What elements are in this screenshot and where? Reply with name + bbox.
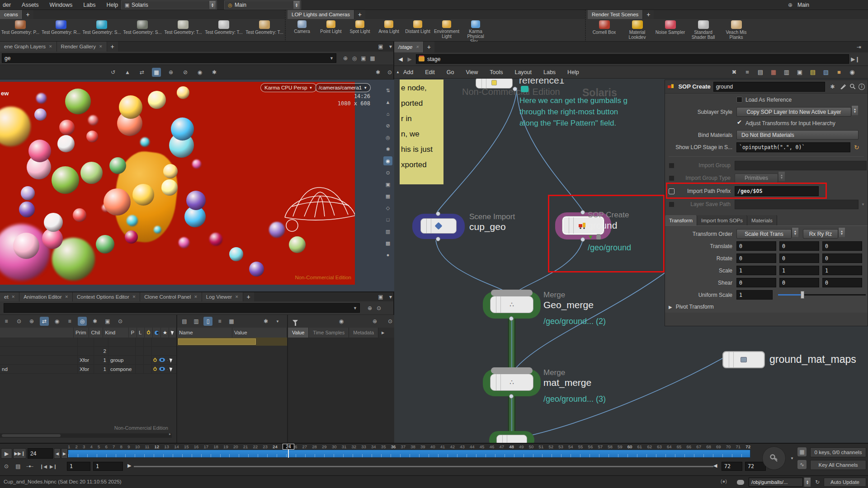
filter-sliders-icon[interactable]: ≡: [2, 317, 11, 326]
network-menu-item[interactable]: Go: [447, 69, 454, 75]
selected-parm-row[interactable]: [177, 338, 287, 346]
display-options-icon[interactable]: ✱: [210, 68, 219, 77]
memory-icon[interactable]: [737, 480, 744, 485]
grid-view-icon[interactable]: ▥: [782, 68, 791, 77]
tree-row[interactable]: nd Xfor 1 compone ·: [0, 365, 176, 374]
node-partial-bottom[interactable]: [489, 431, 534, 443]
shelf-tool[interactable]: Cornell Box: [588, 19, 621, 35]
shelf-add-tab[interactable]: +: [643, 10, 654, 19]
playbar-track[interactable]: [68, 450, 750, 458]
network-add-tab[interactable]: +: [424, 42, 434, 52]
viewport-dot-icon[interactable]: ●: [383, 250, 392, 259]
pane-menu-icon[interactable]: ▾: [386, 292, 395, 301]
tree-row[interactable]: 2 ·: [0, 347, 176, 356]
pin-icon[interactable]: ⊕: [370, 317, 379, 326]
grid-icon[interactable]: ▦: [368, 54, 377, 63]
vector-field-y[interactable]: 1: [779, 266, 819, 275]
tab-import-from-sops[interactable]: Import from SOPs: [697, 215, 747, 225]
node-mat-merge[interactable]: ∴: [483, 369, 541, 396]
next-frame-button[interactable]: ▶: [61, 448, 68, 459]
context-selector[interactable]: /obj/gumballs/...: [749, 478, 803, 487]
viewport-mask-icon[interactable]: ▩: [383, 239, 392, 248]
frame-display-icon[interactable]: ▤: [14, 462, 23, 471]
vector-field-x[interactable]: 0: [736, 253, 776, 263]
zoom-box-icon[interactable]: ⊕: [166, 68, 175, 77]
menu-item[interactable]: Windows: [50, 2, 73, 8]
import-group-type-spinner[interactable]: ▲▼: [778, 172, 785, 181]
sublayer-spinner[interactable]: ▲▼: [851, 106, 858, 115]
viewport-material-icon[interactable]: ▣: [383, 180, 392, 189]
render-view[interactable]: ew Non-Commercial Edition: [0, 82, 355, 285]
sticky-note-icon[interactable]: ▤: [808, 68, 817, 77]
viewport-grid-icon[interactable]: ▥: [383, 227, 392, 236]
power-icon[interactable]: [153, 367, 157, 371]
shelf-tab-render-test-scenes[interactable]: Render Test Scenes: [588, 10, 643, 19]
close-icon[interactable]: ✕: [12, 295, 15, 299]
nav-back-icon[interactable]: ◀: [396, 55, 405, 64]
sync-selection-icon[interactable]: ◎: [78, 317, 87, 326]
viewport-shade-icon[interactable]: ⊙: [383, 168, 392, 177]
close-icon[interactable]: ✕: [194, 295, 198, 299]
viewport-select-icon[interactable]: ▲: [383, 98, 392, 107]
shelf-tab-lop-lights[interactable]: LOP Lights and Cameras: [288, 10, 354, 19]
vector-field-y[interactable]: 0: [779, 241, 819, 251]
select-tool-icon[interactable]: ▲: [123, 68, 132, 77]
viewport-bbox-icon[interactable]: □: [383, 215, 392, 224]
viewport-help-icon[interactable]: ⊙: [385, 68, 394, 77]
key-button[interactable]: [762, 446, 786, 470]
node-ground-mat-maps[interactable]: [722, 351, 765, 368]
transform-order-dropdown[interactable]: Scale Rot Trans: [736, 229, 792, 239]
shelf-add-tab[interactable]: +: [354, 10, 365, 19]
menu-item[interactable]: Assets: [22, 2, 39, 8]
tree-list-icon[interactable]: ▤: [180, 317, 189, 326]
visibility-icon[interactable]: [159, 358, 165, 362]
node-name-field[interactable]: ground: [713, 82, 826, 92]
network-menu-item[interactable]: Edit: [425, 69, 435, 75]
tab-time-samples[interactable]: Time Samples: [309, 328, 349, 338]
move-tool-icon[interactable]: ⇄: [137, 68, 146, 77]
comment-bubble-icon[interactable]: [521, 86, 528, 92]
scroll-arrow-icon[interactable]: ▸: [169, 432, 171, 436]
pane-tab[interactable]: Render Gallery✕: [57, 42, 107, 52]
network-tools-icon[interactable]: ✖: [730, 68, 739, 77]
transform-order-spinner[interactable]: ▲▼: [792, 228, 798, 237]
pane-tab[interactable]: et✕: [0, 292, 19, 301]
shelf-tool[interactable]: Distant Light: [403, 19, 432, 34]
uniform-scale-slider[interactable]: [778, 290, 866, 300]
network-menu-item[interactable]: Help: [567, 69, 579, 75]
menu-item[interactable]: Labs: [83, 2, 95, 8]
list-view-icon[interactable]: ▤: [756, 68, 765, 77]
magnifier-icon[interactable]: [849, 83, 856, 90]
cursor-icon[interactable]: [170, 357, 174, 362]
chevron-down-icon[interactable]: ▼: [273, 317, 282, 326]
close-icon[interactable]: ✕: [415, 45, 419, 49]
vector-field-y[interactable]: 0: [779, 278, 819, 287]
filter-funnel-icon[interactable]: [292, 320, 298, 323]
global-start-field[interactable]: 1: [67, 462, 90, 471]
help-icon[interactable]: ⊙: [374, 304, 383, 313]
pane-add-tab[interactable]: +: [243, 292, 254, 301]
node-geo-merge[interactable]: ∴: [483, 291, 541, 319]
sync-icon[interactable]: (●): [721, 479, 727, 484]
realtime-toggle-icon[interactable]: ⊙: [2, 462, 11, 471]
desktop-spinner[interactable]: ▲▼: [209, 1, 216, 9]
node-output-dot[interactable]: [436, 237, 440, 241]
find-node-icon[interactable]: ◉: [848, 68, 857, 77]
jump-end-icon[interactable]: ▶❙: [49, 462, 58, 471]
parm-edit-field[interactable]: [178, 338, 256, 345]
desktop-selector[interactable]: ▣ Solaris ▲▼: [121, 0, 217, 9]
adjust-transforms-checkbox[interactable]: [736, 121, 742, 127]
info-icon[interactable]: ⊙: [14, 317, 24, 326]
key-at-frame-icon[interactable]: –●–: [25, 462, 34, 471]
shelf-tool[interactable]: Environment Light: [432, 19, 461, 39]
motionfx-icon[interactable]: ∿: [797, 460, 807, 469]
gear-icon[interactable]: ✱: [828, 82, 837, 91]
vector-field-x[interactable]: 1: [736, 266, 776, 275]
chevron-down-icon[interactable]: ▼: [353, 306, 357, 310]
layer-save-path-checkbox[interactable]: [669, 202, 675, 207]
camera-badge[interactable]: /cameras/camera1 ▼: [315, 83, 371, 92]
close-icon[interactable]: ✕: [49, 44, 52, 49]
rotate-order-dropdown[interactable]: Rx Ry Rz: [803, 229, 838, 239]
vector-field-x[interactable]: 0: [736, 278, 776, 287]
tab-materials[interactable]: Materials: [747, 215, 777, 225]
